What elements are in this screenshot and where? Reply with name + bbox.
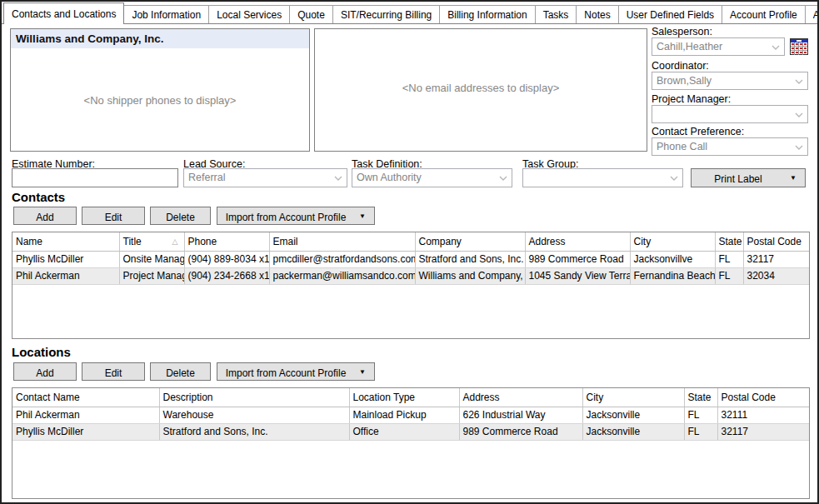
tab-billing-information[interactable]: Billing Information bbox=[440, 5, 535, 23]
estimate-number-input[interactable] bbox=[12, 168, 178, 187]
print-label-button-label: Print Label bbox=[714, 173, 762, 185]
shipper-phones-panel: Williams and Company, Inc. <No shipper p… bbox=[10, 28, 310, 152]
table-cell: Phil Ackerman bbox=[12, 407, 159, 423]
column-header-email[interactable]: Email bbox=[269, 232, 415, 251]
table-row[interactable]: Phil AckermanWarehouseMainload Pickup626… bbox=[12, 407, 809, 423]
table-cell: packerman@williamsandco.com bbox=[269, 267, 415, 284]
column-header-name[interactable]: Name bbox=[12, 232, 119, 251]
table-cell: FL bbox=[684, 407, 717, 423]
column-header-state[interactable]: State bbox=[684, 388, 717, 407]
salesperson-label: Salesperson: bbox=[652, 26, 712, 37]
column-header-label: Description bbox=[163, 392, 213, 403]
tab-strip: Contacts and LocationsJob InformationLoc… bbox=[2, 2, 817, 24]
tab-notes[interactable]: Notes bbox=[577, 5, 618, 23]
column-header-label: State bbox=[688, 392, 712, 403]
column-header-postal-code[interactable]: Postal Code bbox=[743, 232, 809, 251]
column-header-label: State bbox=[719, 236, 742, 247]
locations-delete-button[interactable]: Delete bbox=[150, 362, 211, 381]
contact-preference-label: Contact Preference: bbox=[652, 126, 744, 137]
coordinator-combobox[interactable]: Brown,Sally bbox=[652, 72, 808, 90]
caret-down-icon: ▼ bbox=[359, 212, 366, 220]
column-header-state[interactable]: State bbox=[715, 232, 743, 251]
salesperson-combobox[interactable]: Cahill,Heather bbox=[652, 37, 785, 56]
salesperson-value: Cahill,Heather bbox=[657, 41, 722, 52]
shipper-phones-empty-text: <No shipper phones to display> bbox=[11, 93, 309, 106]
column-header-address[interactable]: Address bbox=[459, 388, 582, 407]
chevron-down-icon bbox=[670, 176, 678, 182]
contacts-import-from-account-profile-button[interactable]: Import from Account Profile ▼ bbox=[217, 207, 375, 225]
tab-user-defined-fields[interactable]: User Defined Fields bbox=[619, 5, 722, 23]
contacts-add-button[interactable]: Add bbox=[13, 207, 77, 225]
tab-sit-recurring-billing[interactable]: SIT/Recurring Billing bbox=[333, 5, 440, 23]
task-definition-combobox[interactable]: Own Authority bbox=[352, 168, 512, 187]
table-cell: 1045 Sandy View Terrace bbox=[525, 267, 630, 284]
table-cell: FL bbox=[715, 251, 743, 267]
table-cell: Stratford and Sons, Inc. bbox=[415, 251, 525, 267]
column-header-description[interactable]: Description bbox=[159, 388, 349, 407]
contact-preference-value: Phone Call bbox=[657, 141, 707, 152]
tab-agents[interactable]: Agents bbox=[806, 5, 819, 23]
column-header-label: Title bbox=[123, 236, 142, 247]
column-header-title[interactable]: Title△ bbox=[119, 232, 184, 251]
table-cell: Onsite Manager bbox=[119, 251, 184, 267]
task-group-combobox[interactable] bbox=[522, 168, 683, 187]
table-cell: 989 Commerce Road bbox=[525, 251, 630, 267]
column-header-location-type[interactable]: Location Type bbox=[349, 388, 459, 407]
email-addresses-panel: <No email addresses to display> bbox=[314, 28, 647, 152]
lead-source-combobox[interactable]: Referral bbox=[183, 168, 347, 187]
column-header-label: Contact Name bbox=[16, 392, 80, 403]
contacts-heading: Contacts bbox=[12, 190, 65, 204]
tab-account-profile[interactable]: Account Profile bbox=[722, 5, 806, 23]
print-label-button[interactable]: Print Label ▼ bbox=[691, 168, 806, 187]
locations-import-label: Import from Account Profile bbox=[226, 367, 347, 379]
tab-job-information[interactable]: Job Information bbox=[124, 5, 209, 23]
table-row[interactable]: Phyllis McDillerOnsite Manager(904) 889-… bbox=[12, 251, 809, 267]
column-header-postal-code[interactable]: Postal Code bbox=[717, 388, 809, 407]
table-cell: Mainload Pickup bbox=[349, 407, 459, 423]
chevron-down-icon bbox=[772, 45, 780, 51]
column-header-label: Phone bbox=[188, 236, 217, 247]
locations-add-button[interactable]: Add bbox=[13, 362, 77, 381]
salesperson-calendar-button[interactable] bbox=[790, 38, 808, 55]
table-cell: Project Manager bbox=[119, 267, 184, 284]
tab-contacts-and-locations[interactable]: Contacts and Locations bbox=[3, 2, 124, 24]
tab-local-services[interactable]: Local Services bbox=[209, 5, 290, 23]
coordinator-value: Brown,Sally bbox=[657, 75, 712, 87]
table-cell: 32111 bbox=[717, 407, 809, 423]
table-cell: Stratford and Sons, Inc. bbox=[159, 423, 349, 440]
column-header-label: Name bbox=[16, 236, 42, 247]
column-header-label: City bbox=[634, 236, 652, 247]
column-header-contact-name[interactable]: Contact Name bbox=[12, 388, 159, 407]
email-addresses-empty-text: <No email addresses to display> bbox=[315, 82, 647, 94]
locations-import-from-account-profile-button[interactable]: Import from Account Profile ▼ bbox=[217, 362, 375, 381]
column-header-city[interactable]: City bbox=[582, 388, 684, 407]
calendar-icon bbox=[790, 38, 808, 55]
locations-edit-button[interactable]: Edit bbox=[82, 362, 145, 381]
table-cell: Phil Ackerman bbox=[12, 267, 119, 284]
contacts-delete-button[interactable]: Delete bbox=[150, 207, 211, 225]
table-row[interactable]: Phil AckermanProject Manager(904) 234-26… bbox=[12, 267, 809, 284]
table-cell: Office bbox=[349, 423, 459, 440]
table-cell: pmcdiller@stratfordandsons.com bbox=[269, 251, 415, 267]
tab-quote[interactable]: Quote bbox=[290, 5, 333, 23]
shipper-name: Williams and Company, Inc. bbox=[16, 32, 163, 45]
contacts-import-label: Import from Account Profile bbox=[226, 212, 347, 223]
column-header-company[interactable]: Company bbox=[415, 232, 525, 251]
table-cell: Warehouse bbox=[159, 407, 349, 423]
table-cell: 989 Commerce Road bbox=[459, 423, 582, 440]
column-header-label: Location Type bbox=[353, 392, 416, 403]
column-header-city[interactable]: City bbox=[630, 232, 715, 251]
project-manager-combobox[interactable] bbox=[652, 105, 808, 123]
table-cell: Jacksonvillve bbox=[630, 251, 715, 267]
contact-preference-combobox[interactable]: Phone Call bbox=[652, 137, 808, 156]
table-cell: (904) 234-2668 x10 bbox=[184, 267, 269, 284]
task-definition-value: Own Authority bbox=[357, 172, 422, 183]
tab-tasks[interactable]: Tasks bbox=[536, 5, 577, 23]
column-header-address[interactable]: Address bbox=[525, 232, 630, 251]
column-header-phone[interactable]: Phone bbox=[184, 232, 269, 251]
column-header-label: Company bbox=[419, 236, 462, 247]
table-cell: 32034 bbox=[743, 267, 809, 284]
contacts-edit-button[interactable]: Edit bbox=[82, 207, 145, 225]
table-row[interactable]: Phyllis McDillerStratford and Sons, Inc.… bbox=[12, 423, 809, 440]
table-cell: 32117 bbox=[717, 423, 809, 440]
